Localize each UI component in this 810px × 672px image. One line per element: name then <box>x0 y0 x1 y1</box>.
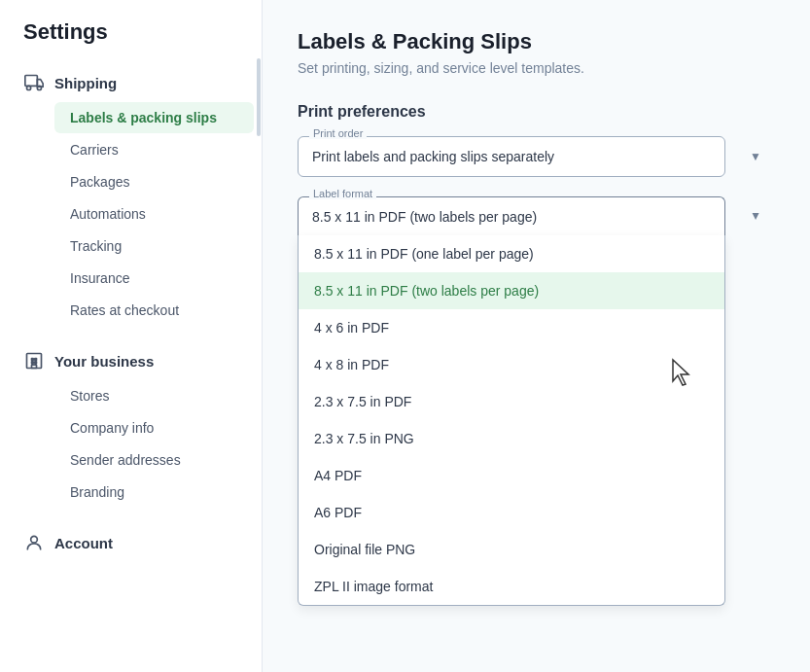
account-label: Account <box>54 535 113 551</box>
label-format-chevron-icon: ▲ <box>750 210 761 224</box>
print-order-chevron-icon: ▼ <box>750 150 761 163</box>
label-format-option-2[interactable]: 8.5 x 11 in PDF (two labels per page) <box>299 272 724 309</box>
sidebar-item-carriers[interactable]: Carriers <box>54 134 254 165</box>
print-order-label: Print order <box>309 127 367 139</box>
settings-title: Settings <box>0 19 262 64</box>
sidebar-section-shipping: Shipping Labels & packing slips Carriers… <box>0 64 262 327</box>
svg-point-2 <box>37 86 41 89</box>
sidebar-section-your-business-header[interactable]: Your business <box>0 342 262 379</box>
label-format-label: Label format <box>309 188 376 199</box>
sidebar-section-shipping-header[interactable]: Shipping <box>0 64 262 101</box>
label-format-wrapper: Label format 8.5 x 11 in PDF (two labels… <box>298 196 775 236</box>
sidebar-item-packages[interactable]: Packages <box>54 166 254 197</box>
label-format-option-5[interactable]: 2.3 x 7.5 in PDF <box>299 383 724 420</box>
sidebar-item-insurance[interactable]: Insurance <box>54 263 254 294</box>
label-format-select[interactable]: 8.5 x 11 in PDF (two labels per page) <box>298 196 725 236</box>
shipping-items: Labels & packing slips Carriers Packages… <box>0 102 262 326</box>
your-business-items: Stores Company info Sender addresses Bra… <box>0 380 262 508</box>
sidebar-section-your-business: Your business Stores Company info Sender… <box>0 342 262 509</box>
sidebar-item-sender-addresses[interactable]: Sender addresses <box>54 444 254 476</box>
svg-point-1 <box>27 86 31 89</box>
your-business-label: Your business <box>54 353 154 370</box>
label-format-option-9[interactable]: Original file PNG <box>299 531 724 568</box>
main-content: Labels & Packing Slips Set printing, siz… <box>263 0 810 672</box>
sidebar-item-stores[interactable]: Stores <box>54 380 254 411</box>
label-format-option-3[interactable]: 4 x 6 in PDF <box>299 309 724 346</box>
svg-rect-0 <box>25 76 37 87</box>
print-order-value: Print labels and packing slips separatel… <box>312 149 554 164</box>
sidebar: Settings Shipping Labels & packing slips… <box>0 0 263 672</box>
svg-rect-3 <box>27 354 42 369</box>
truck-icon <box>23 72 45 93</box>
print-preferences-title: Print preferences <box>298 103 775 121</box>
page-title: Labels & Packing Slips <box>298 29 775 54</box>
print-order-select[interactable]: Print labels and packing slips separatel… <box>298 136 725 177</box>
sidebar-item-company-info[interactable]: Company info <box>54 412 254 443</box>
sidebar-item-automations[interactable]: Automations <box>54 198 254 230</box>
svg-point-4 <box>31 536 38 543</box>
sidebar-item-tracking[interactable]: Tracking <box>54 230 254 262</box>
page-subtitle: Set printing, sizing, and service level … <box>298 60 775 76</box>
label-format-value: 8.5 x 11 in PDF (two labels per page) <box>312 209 537 225</box>
sidebar-item-branding[interactable]: Branding <box>54 477 254 508</box>
sidebar-section-account-header[interactable]: Account <box>0 524 262 561</box>
label-format-option-6[interactable]: 2.3 x 7.5 in PNG <box>299 420 724 457</box>
sidebar-scrollbar[interactable] <box>256 58 262 672</box>
label-format-option-4[interactable]: 4 x 8 in PDF <box>299 346 724 383</box>
sidebar-item-rates-at-checkout[interactable]: Rates at checkout <box>54 295 254 326</box>
print-order-wrapper: Print order Print labels and packing sli… <box>298 136 775 177</box>
building-icon <box>23 350 45 371</box>
label-format-option-7[interactable]: A4 PDF <box>299 457 724 494</box>
label-format-option-1[interactable]: 8.5 x 11 in PDF (one label per page) <box>299 235 724 272</box>
shipping-label: Shipping <box>54 75 117 91</box>
label-format-option-10[interactable]: ZPL II image format <box>299 568 724 605</box>
scrollbar-thumb <box>257 58 261 136</box>
label-format-options: 8.5 x 11 in PDF (one label per page) 8.5… <box>298 235 725 606</box>
label-format-option-8[interactable]: A6 PDF <box>299 494 724 531</box>
sidebar-item-labels-packing-slips[interactable]: Labels & packing slips <box>54 102 254 133</box>
sidebar-section-account: Account <box>0 524 262 561</box>
user-icon <box>23 532 45 553</box>
